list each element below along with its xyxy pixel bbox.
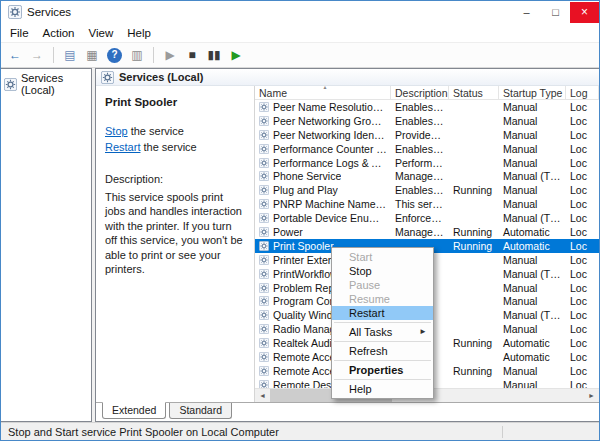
status-bar-text: Stop and Start service Print Spooler on … — [8, 426, 279, 438]
context-menu-item-pause: Pause — [332, 278, 433, 292]
service-row[interactable]: Peer Name Resolution Prot...Enables serv… — [255, 100, 599, 114]
window-title: Services — [27, 6, 512, 18]
service-description: Manages p... — [391, 226, 449, 238]
service-startup-type: Manual — [499, 101, 566, 113]
service-row[interactable]: Performance Counter DLL ...Enables rem..… — [255, 142, 599, 156]
service-name: Power — [273, 226, 303, 238]
menubar-item-file[interactable]: File — [3, 25, 36, 41]
service-gear-icon — [259, 241, 269, 251]
column-header-name[interactable]: Name▲ — [255, 86, 391, 99]
service-row[interactable]: PowerManages p...RunningAutomaticLoc — [255, 225, 599, 239]
main-area: Services (Local) Services (Local) Print … — [1, 68, 599, 422]
service-name-cell: Peer Networking Grouping — [255, 115, 391, 127]
tab-standard[interactable]: Standard — [169, 403, 232, 419]
description-heading: Description: — [105, 173, 245, 185]
service-name: Peer Name Resolution Prot... — [273, 101, 387, 113]
context-menu-separator — [334, 341, 431, 342]
service-logon-as: Loc — [566, 101, 599, 113]
service-description: Enables a c... — [391, 184, 449, 196]
service-name-cell: Performance Logs & Alerts — [255, 157, 391, 169]
service-startup-type: Manual (Trig... — [499, 170, 566, 182]
service-name-cell: Performance Counter DLL ... — [255, 143, 391, 155]
context-menu-separator — [334, 322, 431, 323]
service-startup-type: Manual — [499, 184, 566, 196]
tab-extended[interactable]: Extended — [102, 402, 166, 419]
context-menu-item-start: Start — [332, 250, 433, 264]
service-startup-type: Manual — [499, 254, 566, 266]
context-menu-item-restart[interactable]: Restart — [332, 306, 433, 320]
context-menu-item-stop[interactable]: Stop — [332, 264, 433, 278]
context-menu-item-properties[interactable]: Properties — [332, 363, 433, 377]
service-description: Enables serv... — [391, 101, 449, 113]
maximize-button[interactable]: □ — [541, 2, 570, 23]
service-row[interactable]: PNRP Machine Name Publi...This service .… — [255, 197, 599, 211]
service-row[interactable]: Peer Networking Identity M...Provides id… — [255, 128, 599, 142]
service-gear-icon — [259, 338, 269, 348]
service-gear-icon — [259, 144, 269, 154]
column-header-status[interactable]: Status — [449, 86, 499, 99]
context-menu-item-help[interactable]: Help — [332, 382, 433, 396]
close-button[interactable]: × — [570, 2, 599, 23]
service-row[interactable]: Portable Device Enumerator...Enforces gr… — [255, 211, 599, 225]
service-logon-as: Loc — [566, 240, 599, 252]
context-menu-item-resume: Resume — [332, 292, 433, 306]
service-row[interactable]: Phone ServiceManages th...Manual (Trig..… — [255, 169, 599, 183]
properties-icon[interactable]: ▦ — [82, 45, 102, 65]
menubar-item-view[interactable]: View — [82, 25, 121, 41]
scroll-right-icon[interactable]: ► — [584, 389, 599, 403]
service-status: Running — [449, 226, 499, 238]
service-startup-type: Automatic — [499, 337, 566, 349]
service-description: Enables rem... — [391, 143, 449, 155]
forward-icon[interactable]: → — [27, 45, 47, 65]
context-menu-item-refresh[interactable]: Refresh — [332, 344, 433, 358]
restart-service-line: Restart the service — [105, 140, 245, 156]
service-row[interactable]: Performance Logs & AlertsPerformanc...Ma… — [255, 156, 599, 170]
service-gear-icon — [259, 227, 269, 237]
service-logon-as: Loc — [566, 309, 599, 321]
service-row[interactable]: Plug and PlayEnables a c...RunningManual… — [255, 183, 599, 197]
service-name-cell: Plug and Play — [255, 184, 391, 196]
menubar-item-action[interactable]: Action — [36, 25, 82, 41]
service-logon-as: Loc — [566, 365, 599, 377]
scroll-left-icon[interactable]: ◄ — [255, 389, 270, 403]
service-gear-icon — [259, 213, 269, 223]
service-status: Running — [449, 240, 499, 252]
help-icon[interactable]: ? — [107, 48, 122, 63]
context-menu-item-all-tasks[interactable]: All Tasks► — [332, 325, 433, 339]
service-logon-as: Loc — [566, 157, 599, 169]
service-startup-type: Manual (Trig... — [499, 309, 566, 321]
column-header-log[interactable]: Log — [566, 86, 599, 99]
stop-service-icon[interactable]: ■ — [182, 45, 202, 65]
column-header-description[interactable]: Description — [391, 86, 449, 99]
stop-service-link[interactable]: Stop — [105, 125, 128, 137]
pause-service-icon[interactable]: ▮▮ — [204, 45, 224, 65]
service-name: Performance Counter DLL ... — [273, 143, 387, 155]
tree-item-label: Services (Local) — [21, 72, 90, 96]
service-name: Print Spooler — [273, 240, 334, 252]
title-bar: Services – □ × — [1, 1, 599, 23]
minimize-button[interactable]: – — [512, 2, 541, 23]
service-startup-type: Manual — [499, 365, 566, 377]
service-name: PNRP Machine Name Publi... — [273, 198, 387, 210]
start-service-icon[interactable]: ▶ — [160, 45, 180, 65]
toolbar: ←→▤▦?▥▶■▮▮▶ — [1, 42, 599, 68]
column-header-startup-type[interactable]: Startup Type — [499, 86, 566, 99]
tree-item-services-local[interactable]: Services (Local) — [1, 69, 91, 99]
service-description: Enables mul... — [391, 115, 449, 127]
restart-service-link[interactable]: Restart — [105, 141, 140, 153]
show-console-tree-icon[interactable]: ▤ — [60, 45, 80, 65]
service-description: Manages th... — [391, 170, 449, 182]
service-startup-type: Manual (Trig... — [499, 268, 566, 280]
export-list-icon[interactable]: ▥ — [127, 45, 147, 65]
service-startup-type: Automatic — [499, 351, 566, 363]
service-startup-type: Manual — [499, 143, 566, 155]
context-menu-separator — [334, 360, 431, 361]
service-startup-type: Manual — [499, 282, 566, 294]
service-row[interactable]: Peer Networking GroupingEnables mul...Ma… — [255, 114, 599, 128]
service-description: Provides ide... — [391, 129, 449, 141]
service-gear-icon — [259, 116, 269, 126]
content-header-title: Services (Local) — [119, 71, 203, 83]
back-icon[interactable]: ← — [5, 45, 25, 65]
restart-service-icon[interactable]: ▶ — [226, 45, 246, 65]
menubar-item-help[interactable]: Help — [120, 25, 158, 41]
